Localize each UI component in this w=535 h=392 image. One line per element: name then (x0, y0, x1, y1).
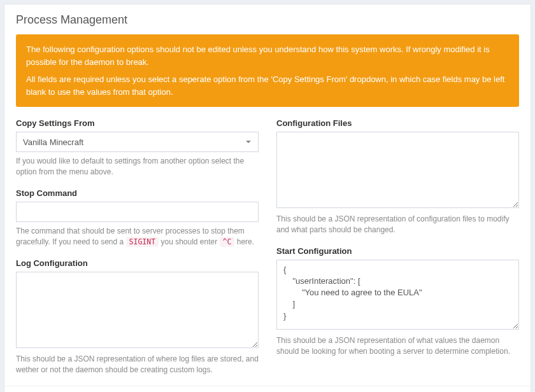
sigint-code: SIGINT (126, 237, 159, 247)
left-column: Copy Settings From Vanilla Minecraft If … (16, 118, 259, 375)
stop-command-group: Stop Command The command that should be … (16, 188, 259, 248)
stop-command-input[interactable] (16, 202, 259, 222)
panel-body: The following configuration options shou… (4, 34, 531, 386)
warning-alert: The following configuration options shou… (16, 34, 519, 107)
log-config-help: This should be a JSON representation of … (16, 354, 259, 376)
alert-text-2: All fields are required unless you selec… (26, 73, 509, 98)
copy-settings-select[interactable]: Vanilla Minecraft (16, 132, 259, 152)
log-config-label: Log Configuration (16, 258, 259, 268)
start-config-help: This should be a JSON representation of … (276, 335, 519, 358)
alert-text-1: The following configuration options shou… (26, 43, 509, 68)
process-management-panel: Process Management The following configu… (4, 4, 531, 392)
log-config-group: Log Configuration This should be a JSON … (16, 258, 259, 376)
config-files-textarea[interactable] (276, 132, 519, 208)
start-config-textarea[interactable]: { "userInteraction": [ "You need to agre… (276, 260, 519, 330)
ctrl-c-code: ^C (220, 237, 235, 247)
stop-command-help-post: here. (237, 237, 254, 246)
panel-footer: Edit Service (4, 386, 531, 392)
stop-command-help: The command that should be sent to serve… (16, 226, 259, 248)
start-config-label: Start Configuration (276, 246, 519, 256)
copy-settings-select-wrap: Vanilla Minecraft (16, 132, 259, 152)
log-config-textarea[interactable] (16, 272, 259, 348)
copy-settings-group: Copy Settings From Vanilla Minecraft If … (16, 118, 259, 178)
page-title: Process Management (4, 4, 531, 34)
stop-command-label: Stop Command (16, 188, 259, 198)
config-files-help: This should be a JSON representation of … (276, 214, 519, 236)
right-column: Configuration Files This should be a JSO… (276, 118, 519, 375)
copy-settings-label: Copy Settings From (16, 118, 259, 128)
start-config-group: Start Configuration { "userInteraction":… (276, 246, 519, 358)
form-row: Copy Settings From Vanilla Minecraft If … (16, 118, 519, 375)
copy-settings-help: If you would like to default to settings… (16, 156, 259, 178)
config-files-group: Configuration Files This should be a JSO… (276, 118, 519, 236)
config-files-label: Configuration Files (276, 118, 519, 128)
stop-command-help-mid: you should enter (160, 237, 219, 246)
